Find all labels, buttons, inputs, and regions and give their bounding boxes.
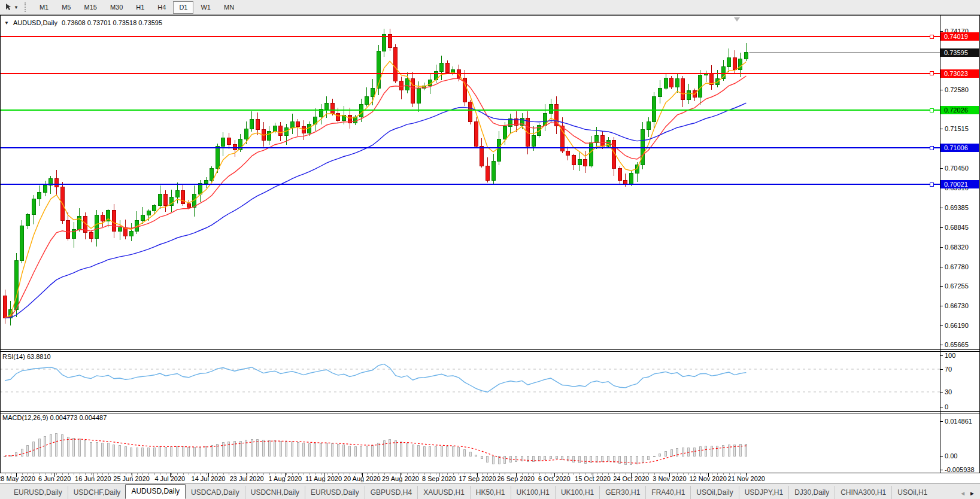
symbol-title: AUDUSD,Daily: [13, 19, 57, 26]
rsi-scale-label: 100: [945, 352, 955, 359]
time-axis-label: 11 Aug 2020: [305, 475, 342, 482]
chart-tab[interactable]: USOil,H1: [891, 486, 933, 499]
macd-panel-canvas[interactable]: [0, 413, 940, 473]
time-axis-label: 20 Aug 2020: [344, 475, 381, 482]
price-axis-label: 0.70450: [945, 165, 969, 172]
timeframe-button-m15[interactable]: M15: [78, 1, 102, 14]
macd-separator-top[interactable]: [0, 411, 980, 412]
timeframe-button-h1[interactable]: H1: [130, 1, 150, 14]
macd-label: MACD(12,26,9) 0.004773 0.004487: [2, 414, 107, 421]
price-axis-line: [940, 16, 940, 473]
chart-tab[interactable]: USDJPY,H1: [739, 486, 788, 499]
rsi-scale-label: 0: [945, 404, 948, 410]
chart-tab[interactable]: GBPUSD,H4: [365, 486, 417, 499]
rsi-scale-label: 70: [945, 366, 952, 373]
timeframe-button-m1[interactable]: M1: [34, 1, 54, 14]
rsi-separator-top[interactable]: [0, 349, 980, 350]
chart-left-border: [0, 16, 1, 473]
price-badge: 0.74019: [940, 32, 979, 41]
rsi-panel-canvas[interactable]: [0, 352, 940, 411]
timeframe-button-group: M1M5M15M30H1H4D1W1MN: [33, 1, 241, 14]
price-axis-label: 0.66190: [945, 322, 969, 329]
chart-tab[interactable]: HK50,H1: [470, 486, 511, 499]
price-axis-label: 0.67780: [945, 264, 969, 270]
timeframe-button-h4[interactable]: H4: [151, 1, 172, 14]
price-badge: 0.73023: [940, 69, 979, 78]
macd-histogram: [4, 434, 747, 465]
chart-tab[interactable]: DJ30,Daily: [788, 486, 835, 499]
time-axis-label: 1 Aug 2020: [269, 475, 302, 482]
price-axis-label: 0.71515: [945, 126, 969, 132]
macd-scale-label: 0.00: [945, 453, 957, 460]
ma-medium-line: [5, 76, 746, 318]
price-axis-label: 0.67255: [945, 283, 969, 290]
chart-tab[interactable]: FRA40,H1: [645, 486, 690, 499]
price-badge: 0.71006: [940, 144, 979, 152]
chart-shift-marker-icon[interactable]: [734, 17, 740, 22]
timeframe-button-mn[interactable]: MN: [218, 1, 240, 14]
cursor-icon: [4, 3, 13, 11]
ma-fast-line: [5, 61, 746, 318]
chart-tab[interactable]: EURUSD,Daily: [8, 486, 68, 499]
time-bar-tick: [189, 473, 189, 475]
chart-title-bar: ▼ AUDUSD,Daily 0.73608 0.73701 0.73518 0…: [4, 19, 162, 26]
time-axis-label: 3 Nov 2020: [653, 475, 686, 482]
price-badge: 0.70021: [940, 180, 979, 188]
tabs-scroll-controls: ◄►: [960, 490, 980, 499]
time-axis-label: 6 Jun 2020: [38, 475, 71, 482]
timeframe-button-m30[interactable]: M30: [104, 1, 129, 14]
horizontal-level-lines[interactable]: [0, 35, 940, 186]
price-axis-label: 0.68845: [945, 224, 969, 231]
cursor-tool-button[interactable]: ▼: [2, 2, 20, 12]
chart-tab[interactable]: USOil,Daily: [690, 486, 738, 499]
time-axis-label: 14 Jul 2020: [192, 475, 226, 482]
chart-tab[interactable]: UK100,H1: [555, 486, 599, 499]
timeframe-button-d1[interactable]: D1: [173, 1, 193, 14]
time-axis-label: 29 Aug 2020: [382, 475, 419, 482]
chart-tab[interactable]: EURUSD,Daily: [305, 486, 365, 499]
price-axis-label: 0.72580: [945, 87, 969, 93]
price-badge: 0.73595: [940, 48, 979, 57]
macd-scale-label: 0.014861: [945, 418, 972, 425]
chart-menu-arrow-icon[interactable]: ▼: [4, 20, 9, 26]
price-axis-label: 0.65665: [945, 342, 969, 348]
ohlc-readout: 0.73608 0.73701 0.73518 0.73595: [62, 19, 162, 26]
rsi-separator-bottom[interactable]: [0, 351, 980, 352]
tabs-scroll-left-icon[interactable]: ◄: [960, 490, 966, 497]
chart-tab[interactable]: USDCAD,Daily: [185, 486, 245, 499]
chart-tab[interactable]: UK100,H1: [511, 486, 555, 499]
toolbar: ▼ M1M5M15M30H1H4D1W1MN: [0, 0, 980, 15]
rsi-line: [5, 364, 746, 392]
mt4-terminal-window: ▼ M1M5M15M30H1H4D1W1MN ▼ AUDUSD,Daily 0.…: [0, 0, 980, 499]
chart-tab[interactable]: XAUUSD,H1: [417, 486, 470, 499]
time-axis-label: 25 Jun 2020: [113, 475, 150, 482]
time-axis-label: 17 Sep 2020: [459, 475, 496, 482]
time-axis-label: 24 Oct 2020: [613, 475, 649, 482]
chart-tab[interactable]: AUDUSD,Daily: [125, 484, 186, 499]
chart-tab[interactable]: GER30,H1: [599, 486, 645, 499]
chart-tab[interactable]: USDCHF,Daily: [68, 486, 126, 499]
time-bar-tick: [304, 473, 304, 475]
price-axis-label: 0.69385: [945, 205, 969, 211]
price-axis-label: 0.68320: [945, 244, 969, 251]
chart-top-border: [0, 15, 980, 16]
toolbar-grip-handle[interactable]: [25, 2, 28, 12]
chart-tab[interactable]: USDCNH,Daily: [245, 486, 305, 499]
timeframe-button-w1[interactable]: W1: [195, 1, 217, 14]
macd-separator-bottom[interactable]: [0, 413, 980, 413]
chart-tab[interactable]: CHINA300,H1: [835, 486, 891, 499]
rsi-scale-label: 30: [945, 389, 952, 395]
time-axis-label: 28 May 2020: [0, 475, 35, 482]
time-axis-label: 15 Oct 2020: [575, 475, 611, 482]
macd-signal-line: [5, 439, 746, 463]
time-axis-label: 21 Nov 2020: [728, 475, 765, 482]
main-chart-canvas[interactable]: [0, 16, 940, 349]
timeframe-button-m5[interactable]: M5: [56, 1, 77, 14]
tabs-scroll-right-icon[interactable]: ►: [969, 490, 975, 497]
price-axis-label: 0.66730: [945, 303, 969, 309]
time-axis-label: 16 Jun 2020: [75, 475, 111, 482]
chart-tabs-bar: EURUSD,DailyUSDCHF,DailyAUDUSD,DailyUSDC…: [0, 483, 980, 499]
chevron-down-icon: ▼: [14, 5, 19, 10]
time-bar-tick: [74, 473, 74, 475]
time-axis-label: 26 Sep 2020: [497, 475, 534, 482]
